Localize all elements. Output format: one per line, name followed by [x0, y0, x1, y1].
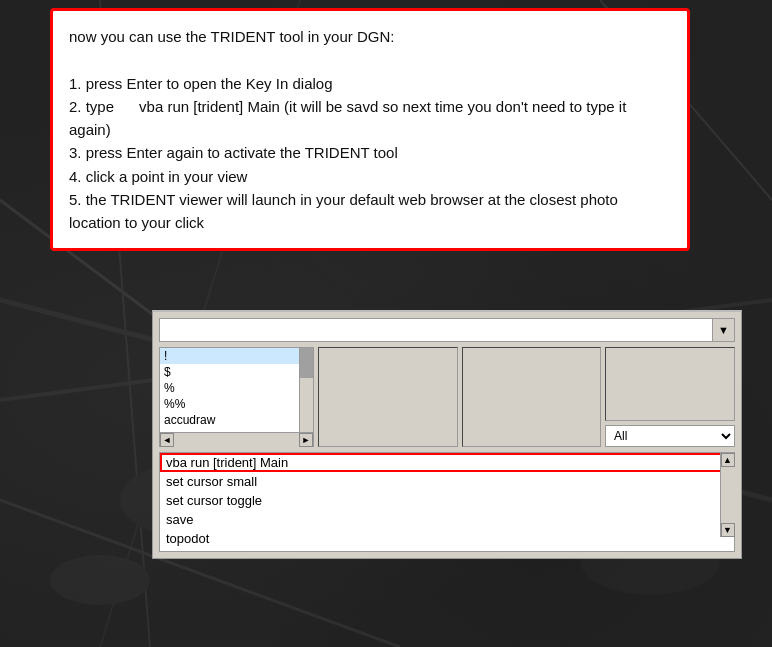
- history-item[interactable]: set cursor small: [160, 472, 734, 491]
- list-scrollbar-thumb: [300, 348, 313, 378]
- command-list[interactable]: ! $ % %% accudraw: [160, 348, 313, 432]
- list-scroll-right-button[interactable]: ►: [299, 433, 313, 447]
- history-scroll-down-button[interactable]: ▼: [721, 523, 735, 537]
- instruction-text: now you can use the TRIDENT tool in your…: [69, 25, 671, 234]
- filter-dropdown[interactable]: All: [605, 425, 735, 447]
- arrow-right-icon: ►: [302, 435, 311, 445]
- history-item[interactable]: vba run [trident] Main: [160, 453, 734, 472]
- history-scroll-track: [721, 467, 735, 523]
- middle-section: ! $ % %% accudraw ◄ ►: [159, 347, 735, 447]
- scroll-down-icon: ▼: [723, 525, 732, 535]
- history-item[interactable]: echo: [160, 548, 734, 551]
- arrow-left-icon: ◄: [163, 435, 172, 445]
- right-panel: [605, 347, 735, 421]
- mid-panel-1: [318, 347, 458, 447]
- history-item[interactable]: topodot: [160, 529, 734, 548]
- list-hscroll-track: [174, 433, 299, 447]
- right-dropdown-row: All: [605, 425, 735, 447]
- list-scroll-left-button[interactable]: ◄: [160, 433, 174, 447]
- dialog-panel: ▼ ! $ % %% accudraw ◄ ►: [152, 310, 742, 559]
- list-scrollbar[interactable]: [299, 348, 313, 432]
- list-item[interactable]: %%: [160, 396, 313, 412]
- list-item[interactable]: $: [160, 364, 313, 380]
- key-in-dropdown-button[interactable]: ▼: [713, 318, 735, 342]
- scroll-up-icon: ▲: [723, 455, 732, 465]
- list-box-container: ! $ % %% accudraw ◄ ►: [159, 347, 314, 447]
- dropdown-arrow-icon: ▼: [718, 324, 729, 336]
- list-hscroll: ◄ ►: [160, 432, 313, 446]
- svg-point-10: [50, 555, 150, 605]
- top-input-row: ▼: [159, 318, 735, 342]
- list-item[interactable]: %: [160, 380, 313, 396]
- mid-panel-2: [462, 347, 602, 447]
- history-scroll-up-button[interactable]: ▲: [721, 453, 735, 467]
- history-scrollbar[interactable]: ▲ ▼: [720, 453, 734, 537]
- history-list[interactable]: vba run [trident] Main set cursor small …: [160, 453, 734, 551]
- history-item[interactable]: save: [160, 510, 734, 529]
- instruction-box: now you can use the TRIDENT tool in your…: [50, 8, 690, 251]
- history-container: vba run [trident] Main set cursor small …: [159, 452, 735, 552]
- list-item[interactable]: !: [160, 348, 313, 364]
- key-in-input[interactable]: [159, 318, 713, 342]
- history-item[interactable]: set cursor toggle: [160, 491, 734, 510]
- list-item[interactable]: accudraw: [160, 412, 313, 428]
- right-panel-container: All: [605, 347, 735, 447]
